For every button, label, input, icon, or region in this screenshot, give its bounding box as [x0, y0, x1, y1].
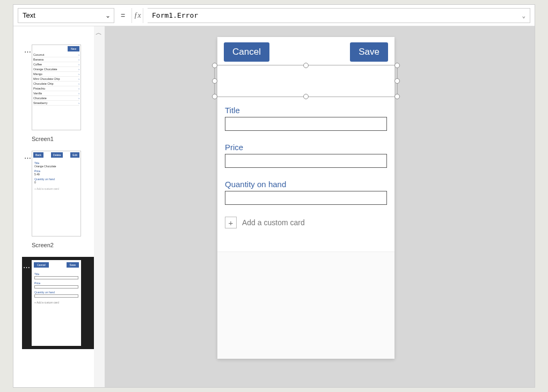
thumbs-scrollbar[interactable]: ︿	[94, 26, 105, 387]
cancel-button[interactable]: Cancel	[224, 42, 269, 62]
main-area: ⋯ New Coconut›Banana›Coffee›Orange Choco…	[13, 26, 535, 387]
chevron-down-icon: ⌄	[105, 12, 111, 19]
screens-panel: ⋯ New Coconut›Banana›Coffee›Orange Choco…	[13, 26, 105, 387]
list-item: Strawberry›	[33, 101, 79, 106]
thumb3-price-lbl: Price	[34, 282, 78, 285]
list-item: Chocolate Chip›	[33, 82, 79, 86]
list-item: Coffee›	[33, 62, 79, 67]
resize-handle[interactable]	[394, 78, 400, 84]
resize-handle[interactable]	[394, 94, 400, 99]
thumb2-delete: Delete	[51, 152, 63, 158]
thumbs-gutter	[13, 26, 22, 387]
thumb2-price-val: 5.49	[34, 173, 78, 176]
thumb2-edit: Edit	[70, 152, 79, 158]
add-card-label: Add a custom card	[242, 218, 305, 227]
resize-handle[interactable]	[212, 63, 217, 68]
form-fields: Title Price Quantity on hand	[217, 106, 394, 205]
screen-label: Screen1	[32, 136, 101, 142]
resize-handle[interactable]	[212, 78, 217, 84]
plus-icon: +	[225, 217, 237, 228]
field-price[interactable]: Price	[225, 143, 387, 168]
thumb3-addcard: + Add a custom card	[34, 301, 78, 304]
formula-bar: Text ⌄ = ƒx Form1.Error ⌄	[13, 5, 535, 26]
thumb3-save: Save	[67, 262, 79, 268]
screen-thumb-1[interactable]: ⋯ New Coconut›Banana›Coffee›Orange Choco…	[23, 45, 101, 142]
thumb2-title-val: Orange Chocolate	[34, 165, 78, 168]
canvas[interactable]: Cancel Save Title	[105, 26, 535, 387]
thumbs-list[interactable]: ⋯ New Coconut›Banana›Coffee›Orange Choco…	[22, 26, 105, 387]
formula-input[interactable]: Form1.Error ⌄	[148, 8, 530, 23]
list-item: Mint Chocolate Chip›	[33, 77, 79, 82]
resize-handle[interactable]	[212, 94, 217, 99]
thumb2-back: Back	[33, 152, 43, 158]
thumb3-qty-lbl: Quantity on hand	[34, 291, 78, 294]
resize-handle[interactable]	[394, 63, 400, 68]
field-label: Quantity on hand	[225, 180, 387, 189]
field-qty[interactable]: Quantity on hand	[225, 180, 387, 205]
fx-icon: ƒx	[131, 8, 143, 23]
chevron-up-icon[interactable]: ︿	[96, 28, 102, 38]
qty-input[interactable]	[225, 191, 387, 205]
screen-label: Screen2	[32, 242, 101, 248]
more-icon[interactable]: ⋯	[24, 154, 32, 162]
thumb2-addcard: + Add a custom card	[34, 187, 78, 190]
title-input[interactable]	[225, 117, 387, 131]
screen-thumb-3[interactable]: ⋯ Cancel Save Title Price Quantity on ha…	[22, 257, 105, 349]
thumb2-qty-val: 0	[34, 181, 78, 184]
thumb1-new-btn: New	[68, 46, 79, 51]
list-item: Vanilla›	[33, 91, 79, 96]
list-item: Banana›	[33, 57, 79, 62]
property-dropdown[interactable]: Text ⌄	[18, 8, 114, 23]
field-label: Price	[225, 143, 387, 152]
more-icon[interactable]: ⋯	[23, 263, 31, 271]
resize-handle[interactable]	[303, 63, 309, 68]
thumb3-cancel: Cancel	[34, 262, 49, 268]
screen-thumb-2[interactable]: ⋯ Back Delete Edit Title Orange Chocolat…	[23, 151, 101, 248]
price-input[interactable]	[225, 154, 387, 168]
app-frame: Text ⌄ = ƒx Form1.Error ⌄ ⋯ New Coconut›…	[13, 4, 535, 388]
list-item: Pistachio›	[33, 86, 79, 91]
resize-handle[interactable]	[303, 94, 309, 99]
field-label: Title	[225, 106, 387, 115]
chevron-down-icon: ⌄	[522, 12, 525, 19]
form-footer	[217, 252, 394, 359]
list-item: Coconut›	[33, 53, 79, 57]
field-title[interactable]: Title	[225, 106, 387, 131]
thumb3-title-lbl: Title	[34, 272, 78, 276]
equals-sign: =	[119, 11, 127, 20]
list-item: Mango›	[33, 72, 79, 77]
list-item: Orange Chocolate›	[33, 67, 79, 72]
selected-error-label[interactable]	[214, 65, 398, 97]
list-item: Chocolate›	[33, 96, 79, 101]
more-icon[interactable]: ⋯	[24, 48, 32, 56]
formula-text: Form1.Error	[152, 11, 198, 19]
property-dropdown-value: Text	[23, 11, 35, 19]
save-button[interactable]: Save	[350, 42, 388, 62]
form-preview: Cancel Save Title	[217, 37, 394, 359]
add-custom-card[interactable]: + Add a custom card	[217, 217, 394, 228]
